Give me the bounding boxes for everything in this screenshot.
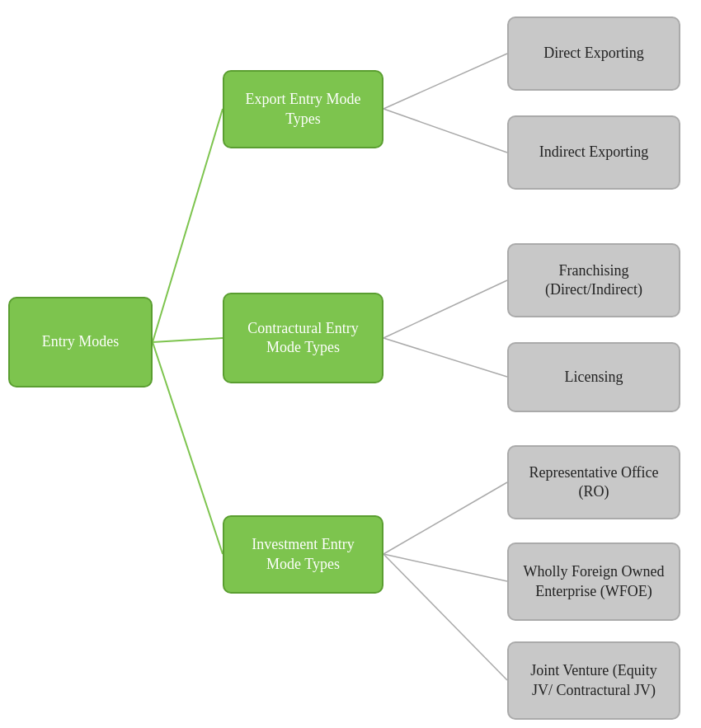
investment-entry-label: Investment Entry Mode Types bbox=[234, 535, 372, 574]
svg-line-0 bbox=[153, 109, 223, 342]
franchising-node: Franchising (Direct/Indirect) bbox=[507, 243, 680, 317]
franchising-label: Franchising (Direct/Indirect) bbox=[519, 261, 669, 300]
entry-modes-label: Entry Modes bbox=[42, 332, 120, 351]
svg-line-1 bbox=[153, 338, 223, 342]
indirect-exporting-label: Indirect Exporting bbox=[539, 143, 648, 162]
licensing-node: Licensing bbox=[507, 342, 680, 412]
export-entry-node: Export Entry Mode Types bbox=[223, 70, 383, 148]
svg-line-7 bbox=[383, 482, 507, 554]
contractural-entry-label: Contractural Entry Mode Types bbox=[234, 319, 372, 358]
direct-exporting-node: Direct Exporting bbox=[507, 16, 680, 91]
wfoe-label: Wholly Foreign Owned Enterprise (WFOE) bbox=[519, 562, 669, 601]
representative-office-node: Representative Office (RO) bbox=[507, 445, 680, 519]
svg-line-9 bbox=[383, 554, 507, 680]
contractural-entry-node: Contractural Entry Mode Types bbox=[223, 293, 383, 383]
licensing-label: Licensing bbox=[565, 368, 623, 387]
svg-line-4 bbox=[383, 109, 507, 153]
wfoe-node: Wholly Foreign Owned Enterprise (WFOE) bbox=[507, 542, 680, 621]
representative-office-label: Representative Office (RO) bbox=[519, 463, 669, 502]
indirect-exporting-node: Indirect Exporting bbox=[507, 115, 680, 190]
investment-entry-node: Investment Entry Mode Types bbox=[223, 515, 383, 594]
direct-exporting-label: Direct Exporting bbox=[543, 44, 643, 63]
svg-line-2 bbox=[153, 342, 223, 554]
svg-line-8 bbox=[383, 554, 507, 581]
svg-line-6 bbox=[383, 338, 507, 377]
export-entry-label: Export Entry Mode Types bbox=[234, 90, 372, 129]
svg-line-5 bbox=[383, 280, 507, 338]
joint-venture-node: Joint Venture (Equity JV/ Contractural J… bbox=[507, 641, 680, 720]
mind-map-diagram: Entry Modes Export Entry Mode Types Cont… bbox=[0, 0, 701, 728]
joint-venture-label: Joint Venture (Equity JV/ Contractural J… bbox=[519, 661, 669, 700]
svg-line-3 bbox=[383, 54, 507, 109]
entry-modes-node: Entry Modes bbox=[8, 297, 153, 387]
